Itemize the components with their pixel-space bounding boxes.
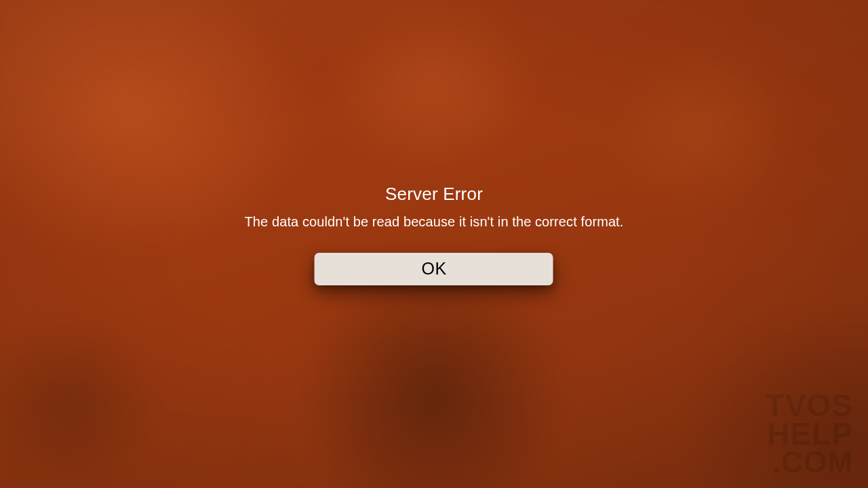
watermark-line3: .COM (766, 449, 853, 476)
alert-dialog: Server Error The data couldn't be read b… (245, 184, 624, 285)
watermark: TVOS HELP .COM (766, 391, 853, 476)
alert-title: Server Error (385, 184, 483, 205)
watermark-line1: TVOS (766, 391, 853, 420)
alert-message: The data couldn't be read because it isn… (245, 214, 624, 230)
ok-button-label: OK (421, 259, 446, 279)
ok-button[interactable]: OK (315, 253, 553, 285)
watermark-line2: HELP (766, 420, 853, 448)
